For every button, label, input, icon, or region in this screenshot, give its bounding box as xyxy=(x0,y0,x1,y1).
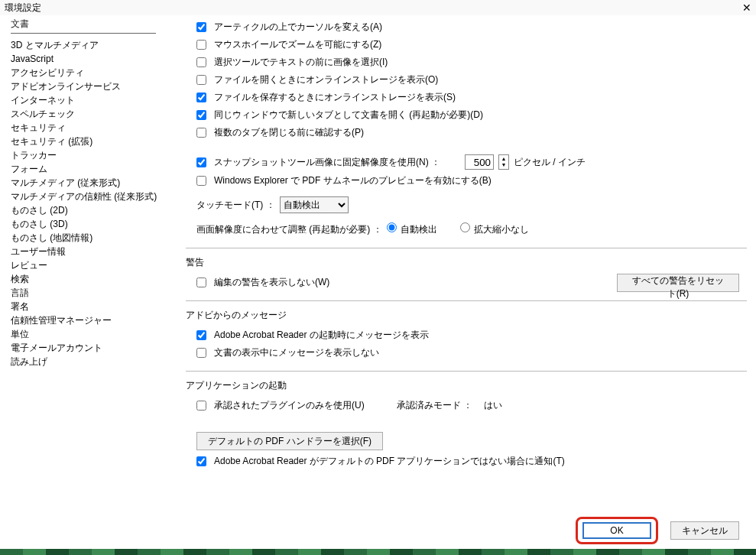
hide-edit-warning-label: 編集の警告を表示しない(W) xyxy=(214,276,329,289)
snapshot-fixed-res-checkbox[interactable] xyxy=(196,157,206,167)
resolution-none-radio[interactable] xyxy=(460,222,470,232)
adobe-messages-heading: アドビからのメッセージ xyxy=(186,306,747,326)
resolution-none-label: 拡大縮小なし xyxy=(474,224,529,235)
reset-warnings-button[interactable]: すべての警告をリセット(R) xyxy=(617,274,739,292)
sidebar-item-measure-3d[interactable]: ものさし (3D) xyxy=(11,217,172,231)
resolution-none-radio-wrap[interactable]: 拡大縮小なし xyxy=(460,222,529,236)
notify-not-default-label: Adobe Acrobat Reader がデフォルトの PDF アプリケーショ… xyxy=(214,455,565,468)
content-area: 文書 3D とマルチメディア JavaScript アクセシビリティ アドビオン… xyxy=(0,15,756,512)
approved-plugins-label: 承認されたプラグインのみを使用(U) xyxy=(214,399,365,412)
bottom-decoration xyxy=(0,549,756,555)
sidebar-item-review[interactable]: レビュー xyxy=(11,258,172,272)
show-online-open-label: ファイルを開くときにオンラインストレージを表示(O) xyxy=(214,73,438,86)
mouse-wheel-zoom-label: マウスホイールでズームを可能にする(Z) xyxy=(214,38,381,51)
sidebar-item-javascript[interactable]: JavaScript xyxy=(11,52,172,66)
sidebar-item-accessibility[interactable]: アクセシビリティ xyxy=(11,66,172,80)
show-online-save-checkbox[interactable] xyxy=(196,92,206,102)
hide-edit-warning-checkbox[interactable] xyxy=(196,278,206,287)
open-same-window-checkbox[interactable] xyxy=(196,110,206,120)
ok-button[interactable]: OK xyxy=(582,522,651,539)
default-pdf-handler-button[interactable]: デフォルトの PDF ハンドラーを選択(F) xyxy=(196,432,383,450)
show-messages-launch-checkbox[interactable] xyxy=(196,330,206,340)
sidebar-item-spellcheck[interactable]: スペルチェック xyxy=(11,107,172,121)
hide-messages-viewing-label: 文書の表示中にメッセージを表示しない xyxy=(214,346,379,359)
approved-mode-value: はい xyxy=(484,399,502,412)
snapshot-res-spinner[interactable]: ▲▼ xyxy=(498,154,509,170)
touch-mode-select[interactable]: 自動検出 xyxy=(280,196,349,213)
title-bar: 環境設定 ✕ xyxy=(0,0,756,15)
sidebar-item-measure-2d[interactable]: ものさし (2D) xyxy=(11,203,172,217)
resolution-auto-label: 自動検出 xyxy=(401,224,437,235)
cancel-button[interactable]: キャンセル xyxy=(670,521,739,540)
snapshot-res-input[interactable] xyxy=(465,154,494,170)
confirm-close-tabs-label: 複数のタブを閉じる前に確認する(P) xyxy=(214,126,364,139)
touch-mode-label: タッチモード(T) ： xyxy=(196,199,275,212)
approved-mode-label: 承認済みモード ： xyxy=(397,399,472,412)
notify-not-default-checkbox[interactable] xyxy=(196,456,206,466)
sidebar-item-forms[interactable]: フォーム xyxy=(11,162,172,176)
sidebar-item-search[interactable]: 検索 xyxy=(11,272,172,286)
sidebar-item-multimedia-legacy[interactable]: マルチメディア (従来形式) xyxy=(11,176,172,190)
cursor-over-article-checkbox[interactable] xyxy=(196,22,206,32)
app-launch-heading: アプリケーションの起動 xyxy=(186,376,747,397)
show-online-save-label: ファイルを保存するときにオンラインストレージを表示(S) xyxy=(214,91,456,104)
ok-highlight: OK xyxy=(576,517,658,544)
cursor-over-article-label: アーティクルの上でカーソルを変える(A) xyxy=(214,21,382,34)
sidebar-item-security[interactable]: セキュリティ xyxy=(11,121,172,135)
hide-messages-viewing-checkbox[interactable] xyxy=(196,348,206,358)
sidebar-item-user-info[interactable]: ユーザー情報 xyxy=(11,245,172,258)
confirm-close-tabs-checkbox[interactable] xyxy=(196,128,206,138)
sidebar-item-tracker[interactable]: トラッカー xyxy=(11,148,172,162)
explorer-thumbnail-checkbox[interactable] xyxy=(196,176,206,186)
show-messages-launch-label: Adobe Acrobat Reader の起動時にメッセージを表示 xyxy=(214,329,429,342)
snapshot-res-unit: ピクセル / インチ xyxy=(514,156,586,169)
sidebar-item-internet[interactable]: インターネット xyxy=(11,93,172,107)
sidebar-item-units[interactable]: 単位 xyxy=(11,327,172,341)
resolution-label: 画面解像度に合わせて調整 (再起動が必要) ： xyxy=(196,223,382,236)
main-panel: アーティクルの上でカーソルを変える(A) マウスホイールでズームを可能にする(Z… xyxy=(172,15,756,512)
select-image-first-checkbox[interactable] xyxy=(196,57,206,67)
approved-plugins-checkbox[interactable] xyxy=(196,401,206,411)
sidebar-item-multimedia-trust[interactable]: マルチメディアの信頼性 (従来形式) xyxy=(11,190,172,203)
sidebar-item-email[interactable]: 電子メールアカウント xyxy=(11,341,172,355)
sidebar-item-3d[interactable]: 3D とマルチメディア xyxy=(11,38,172,52)
sidebar-item-measure-geo[interactable]: ものさし (地図情報) xyxy=(11,231,172,245)
explorer-thumbnail-label: Windows Explorer で PDF サムネールのプレビューを有効にする… xyxy=(214,174,492,187)
sidebar-item-trust-manager[interactable]: 信頼性管理マネージャー xyxy=(11,313,172,327)
sidebar-item-document[interactable]: 文書 xyxy=(11,17,156,34)
sidebar-item-signature[interactable]: 署名 xyxy=(11,300,172,313)
resolution-auto-radio[interactable] xyxy=(387,222,397,232)
select-image-first-label: 選択ツールでテキストの前に画像を選択(I) xyxy=(214,56,388,69)
sidebar-item-security-ex[interactable]: セキュリティ (拡張) xyxy=(11,135,172,148)
show-online-open-checkbox[interactable] xyxy=(196,75,206,85)
snapshot-fixed-res-label: スナップショットツール画像に固定解像度を使用(N) ： xyxy=(214,156,440,169)
category-sidebar: 文書 3D とマルチメディア JavaScript アクセシビリティ アドビオン… xyxy=(0,15,172,512)
dialog-footer: OK キャンセル xyxy=(576,517,739,544)
close-icon[interactable]: ✕ xyxy=(742,2,751,14)
mouse-wheel-zoom-checkbox[interactable] xyxy=(196,40,206,50)
sidebar-item-language[interactable]: 言語 xyxy=(11,286,172,300)
sidebar-item-adobe-online[interactable]: アドビオンラインサービス xyxy=(11,80,172,93)
sidebar-item-readaloud[interactable]: 読み上げ xyxy=(11,355,172,368)
warnings-heading: 警告 xyxy=(186,253,747,274)
open-same-window-label: 同じウィンドウで新しいタブとして文書を開く (再起動が必要)(D) xyxy=(214,109,483,122)
resolution-auto-radio-wrap[interactable]: 自動検出 xyxy=(387,222,437,236)
window-title: 環境設定 xyxy=(5,2,41,15)
